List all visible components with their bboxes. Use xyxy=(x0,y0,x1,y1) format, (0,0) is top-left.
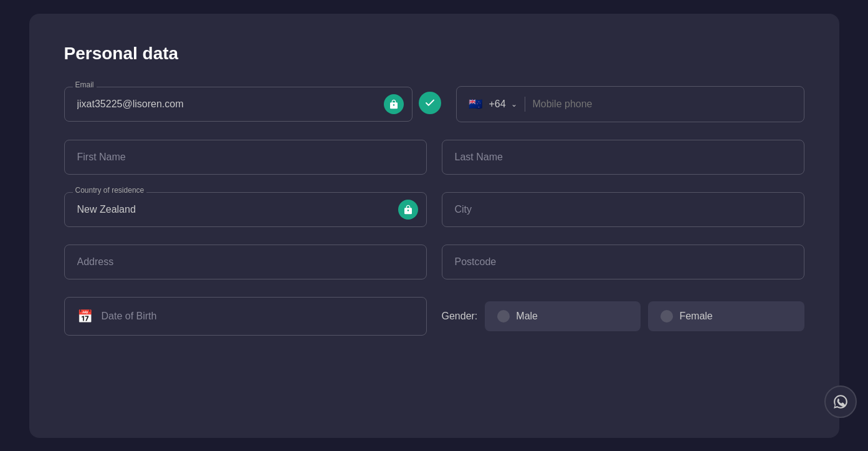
dob-field-group[interactable]: 📅 Date of Birth xyxy=(64,297,427,336)
email-input-wrapper xyxy=(64,87,413,122)
calendar-icon: 📅 xyxy=(77,309,93,324)
dob-input-box[interactable]: 📅 Date of Birth xyxy=(64,297,427,336)
country-lock-icon xyxy=(398,200,418,220)
email-label: Email xyxy=(73,80,97,89)
address-input[interactable] xyxy=(64,245,427,279)
support-chat-icon xyxy=(832,394,849,410)
country-input[interactable] xyxy=(64,192,427,227)
name-row xyxy=(64,140,804,175)
email-input[interactable] xyxy=(64,87,413,122)
country-code-label: +64 xyxy=(489,99,506,110)
email-field-group: Email xyxy=(64,87,413,122)
form-card: Personal data Email 🇳🇿 xyxy=(29,14,839,438)
city-field-group xyxy=(442,192,804,227)
address-postcode-row xyxy=(64,245,804,279)
phone-input[interactable] xyxy=(532,99,793,110)
page-wrapper: Personal data Email 🇳🇿 xyxy=(0,0,868,451)
country-field-group: Country of residence xyxy=(64,192,427,227)
page-title: Personal data xyxy=(64,44,804,64)
phone-country-chevron[interactable]: ⌄ xyxy=(511,100,517,109)
dob-placeholder-text: Date of Birth xyxy=(102,311,157,322)
email-lock-icon xyxy=(384,94,404,114)
address-field-group xyxy=(64,245,427,279)
email-phone-row: Email 🇳🇿 +64 ⌄ xyxy=(64,86,804,122)
female-label: Female xyxy=(679,311,712,322)
last-name-group xyxy=(442,140,804,175)
first-name-input[interactable] xyxy=(64,140,427,175)
gender-male-option[interactable]: Male xyxy=(485,301,641,331)
male-radio[interactable] xyxy=(497,310,510,322)
male-label: Male xyxy=(516,311,538,322)
support-chat-button[interactable] xyxy=(824,386,857,418)
country-input-wrapper xyxy=(64,192,427,227)
gender-group: Gender: Male Female xyxy=(442,301,804,331)
dob-gender-row: 📅 Date of Birth Gender: Male Female xyxy=(64,297,804,336)
country-city-row: Country of residence xyxy=(64,192,804,227)
last-name-input[interactable] xyxy=(442,140,804,175)
postcode-input[interactable] xyxy=(442,245,804,279)
gender-female-option[interactable]: Female xyxy=(648,301,804,331)
female-radio[interactable] xyxy=(661,310,673,322)
email-verified-icon xyxy=(419,92,441,114)
postcode-field-group xyxy=(442,245,804,279)
city-input[interactable] xyxy=(442,192,804,227)
first-name-group xyxy=(64,140,427,175)
phone-input-box[interactable]: 🇳🇿 +64 ⌄ xyxy=(456,86,804,122)
gender-label: Gender: xyxy=(442,311,478,322)
phone-divider xyxy=(525,97,525,112)
country-label: Country of residence xyxy=(73,186,147,195)
phone-field-group[interactable]: 🇳🇿 +64 ⌄ xyxy=(456,86,804,122)
nz-flag-icon: 🇳🇿 xyxy=(467,95,484,113)
